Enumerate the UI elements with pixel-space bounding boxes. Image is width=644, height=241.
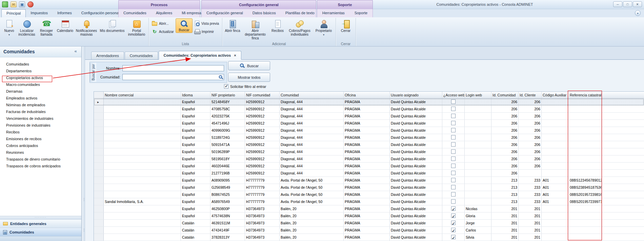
acceso-web-checkbox[interactable] bbox=[451, 114, 456, 118]
table-row[interactable]: Catalán 46391511M H37364973 Bailén, 20 P… bbox=[94, 220, 644, 227]
vista-previa-button[interactable]: Vista previa bbox=[193, 20, 221, 27]
sidebar-item[interactable]: Nóminas de empleados bbox=[0, 101, 81, 108]
mis-documentos-button[interactable]: Mis documentos bbox=[98, 18, 126, 34]
table-row[interactable]: Español 46250800P H37364973 Bailén, 20 P… bbox=[94, 205, 644, 212]
acceso-web-checkbox[interactable] bbox=[451, 121, 456, 125]
sidebar-nav-button[interactable]: Entidades generales bbox=[0, 219, 81, 228]
column-header-oficina[interactable]: Oficina bbox=[344, 92, 390, 98]
column-header-codigo-auxiliar[interactable]: Código Auxiliar bbox=[542, 92, 569, 98]
acceso-web-checkbox[interactable] bbox=[451, 235, 456, 239]
column-header-nif-comunidad[interactable]: NIF comunidad bbox=[245, 92, 280, 98]
nombre-input[interactable] bbox=[122, 65, 224, 71]
calendario-button[interactable]: Calendario bbox=[56, 18, 75, 34]
acceso-web-checkbox[interactable] bbox=[451, 221, 456, 225]
column-header-idioma[interactable]: Idioma bbox=[181, 92, 210, 98]
close-button[interactable] bbox=[633, 1, 642, 7]
table-row[interactable]: Español 40996009G H25990912 Diagonal, 44… bbox=[94, 127, 644, 134]
ribbon-tab[interactable]: Soporte bbox=[350, 9, 373, 17]
column-header-id-comunidad[interactable]: Id. Comunidad bbox=[491, 92, 519, 98]
column-header-id-cliente[interactable]: Id. Cliente bbox=[519, 92, 542, 98]
maximize-button[interactable] bbox=[623, 1, 632, 7]
column-header-comunidad[interactable]: Comunidad bbox=[280, 92, 344, 98]
sidebar-item[interactable]: Recibos bbox=[0, 129, 81, 135]
filter-checkbox[interactable] bbox=[224, 84, 228, 89]
ribbon-tab[interactable]: Alquileres bbox=[151, 9, 177, 17]
sidebar-item[interactable]: Derramas bbox=[0, 88, 81, 95]
sidebar-item[interactable]: Departamentos bbox=[0, 68, 81, 74]
acceso-web-checkbox[interactable] bbox=[451, 192, 456, 197]
column-header-usuario-asignado[interactable]: Usuario asignado bbox=[390, 92, 442, 98]
portal-inmobiliario-button[interactable]: Portal inmobiliario bbox=[126, 18, 147, 37]
table-row[interactable]: Español A08909095 H77777779 Avda. Portal… bbox=[94, 177, 644, 184]
table-row[interactable]: Español 50196289P H25990912 Diagonal, 44… bbox=[94, 148, 644, 155]
close-tab-icon[interactable] bbox=[234, 53, 236, 57]
recibos-button[interactable]: Recibos bbox=[269, 18, 286, 34]
acceso-web-checkbox[interactable] bbox=[451, 164, 456, 168]
sidebar-item[interactable]: Traspasos de dinero comunitario bbox=[0, 156, 81, 163]
column-header-acceso-web[interactable]: ¿Acceso web? bbox=[442, 92, 465, 98]
abrir-finca-button[interactable]: Abrir finca bbox=[224, 18, 241, 34]
table-row[interactable]: Español 52148458Y H25990912 Diagonal, 44… bbox=[94, 98, 644, 106]
document-tab[interactable]: Comunidades bbox=[125, 52, 158, 59]
column-header-nombre-comercial[interactable]: Nombre comercial bbox=[104, 92, 181, 98]
table-row[interactable]: Español 21277196B H25990912 Diagonal, 44… bbox=[94, 170, 644, 177]
sidebar-item[interactable]: Traspasos de cobros anticipados bbox=[0, 163, 81, 169]
splitter-gripper[interactable]: ⋮ bbox=[82, 229, 84, 231]
table-row[interactable]: Español 47574638N H37364973 Bailén, 20 P… bbox=[94, 212, 644, 220]
table-row[interactable]: Español 42023275K H25990912 Diagonal, 44… bbox=[94, 113, 644, 120]
propietario-button[interactable]: Propietario bbox=[313, 18, 334, 38]
buscar-button[interactable]: Buscar bbox=[176, 18, 193, 33]
sidebar-item[interactable]: Macro-comunidades bbox=[0, 81, 81, 88]
record-icon[interactable] bbox=[27, 1, 34, 7]
document-tab[interactable]: Arrendadores bbox=[91, 52, 124, 59]
collapse-ribbon-button[interactable] bbox=[635, 10, 641, 16]
sidebar-item[interactable]: Copropietarios activos bbox=[0, 74, 81, 81]
table-row[interactable]: Catalán 37828313Y H37364973 Bailén, 20 P… bbox=[94, 234, 644, 241]
comunidad-input[interactable] bbox=[122, 74, 224, 80]
acceso-web-checkbox[interactable] bbox=[451, 107, 456, 111]
window-icon[interactable]: ▣ bbox=[19, 1, 25, 7]
table-row[interactable]: Catalán 47434149F H37364973 Bailén, 20 P… bbox=[94, 227, 644, 234]
table-row[interactable]: Español 47085758C H25990912 Diagonal, 44… bbox=[94, 106, 644, 113]
ribbon-tab[interactable]: Configuración general bbox=[202, 9, 248, 17]
sidebar-item[interactable]: Reuniones bbox=[0, 149, 81, 156]
acceso-web-checkbox[interactable] bbox=[451, 228, 456, 232]
table-row[interactable]: Español B08674525 H77777779 Avda. Portal… bbox=[94, 191, 644, 198]
cerrar-button[interactable]: Cerrar bbox=[337, 18, 354, 34]
acceso-web-checkbox[interactable] bbox=[451, 178, 456, 182]
sidebar-nav-button[interactable]: Comunidades bbox=[0, 228, 81, 236]
splitter-gripper[interactable]: ⋮ bbox=[82, 199, 84, 200]
acceso-web-checkbox[interactable] bbox=[451, 214, 456, 218]
acceso-web-checkbox[interactable] bbox=[451, 199, 456, 204]
search-icon[interactable] bbox=[219, 75, 223, 80]
table-row[interactable]: Español 50915471A H25990912 Diagonal, 44… bbox=[94, 141, 644, 148]
cobros-pagos-individuales-button[interactable]: Cobros/Pagos individuales bbox=[286, 18, 313, 37]
sidebar-item[interactable]: Facturas de industriales bbox=[0, 108, 81, 115]
ribbon-tab[interactable]: Impuestos bbox=[26, 9, 53, 17]
ribbon-tab[interactable]: Datos básicos bbox=[248, 9, 281, 17]
column-header-login-web[interactable]: Login web bbox=[465, 92, 491, 98]
nav-pane-gripper[interactable] bbox=[0, 216, 81, 219]
ribbon-tab[interactable]: Configuración personal bbox=[77, 9, 124, 17]
recoger-llamada-button[interactable]: Recoger llamada bbox=[37, 18, 56, 37]
acceso-web-checkbox[interactable] bbox=[451, 135, 456, 140]
search-side-tab[interactable]: Buscar por bbox=[90, 63, 96, 82]
ribbon-tab[interactable]: Herramientas bbox=[318, 9, 349, 17]
acceso-web-checkbox[interactable] bbox=[451, 171, 456, 175]
nuevo-button[interactable]: Nuevo bbox=[2, 18, 16, 38]
sidebar-item[interactable]: Cobros anticipados bbox=[0, 142, 81, 149]
app-logo-icon[interactable] bbox=[2, 1, 8, 7]
abrir-departamento-finca-button[interactable]: Abrir departamento finca bbox=[241, 18, 269, 41]
document-tab[interactable]: Comunidades: Copropietarios activos bbox=[159, 51, 241, 60]
ribbon-tab[interactable]: Comunidades bbox=[119, 9, 151, 17]
sidebar-item[interactable]: Emisiones de recibos bbox=[0, 135, 81, 142]
column-header-referencia-catastral[interactable]: Referencia catastral bbox=[569, 92, 602, 98]
notificaciones-masivas-button[interactable]: Notificaciones masivas bbox=[75, 18, 98, 37]
mail-icon[interactable]: ✉ bbox=[11, 1, 17, 7]
sidebar-item[interactable]: Previsiones de industriales bbox=[0, 122, 81, 129]
ribbon-tab[interactable]: Plantillas de texto bbox=[281, 9, 319, 17]
table-row[interactable]: Español G25698549 H77777779 Avda. Portal… bbox=[94, 184, 644, 191]
table-row[interactable]: Sandal Inmobiliaria, S.A. Español A58976… bbox=[94, 198, 644, 205]
table-row[interactable]: Español 51189724G H25990912 Diagonal, 44… bbox=[94, 134, 644, 141]
imprimir-button[interactable]: Imprimir bbox=[193, 28, 221, 35]
